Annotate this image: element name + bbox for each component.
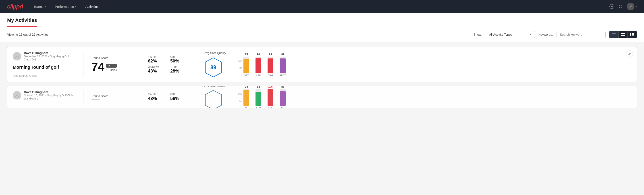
user-info: Dave Billingham December 05, 2021 - Gog … <box>13 51 75 61</box>
y-axis: 100 50 0 <box>238 60 242 77</box>
card2-divider-2 <box>140 90 140 103</box>
one-putt-label: 1 Putt <box>170 65 188 68</box>
viewing-count: 12 <box>19 33 22 36</box>
gir-value: 50% <box>170 58 188 64</box>
add-button[interactable] <box>610 4 614 9</box>
score-holes: 18 Holes <box>106 68 117 72</box>
card2-user-details: Dave Billingham October 16, 2021 - Gog M… <box>24 90 75 100</box>
svg-point-3 <box>630 5 632 7</box>
view-grid-button[interactable] <box>618 31 628 38</box>
search-input[interactable] <box>556 31 606 38</box>
card2-gir-label: GIR <box>170 93 188 96</box>
card2-bar-ott-label: OTT <box>244 106 249 108</box>
score-badge: +4 <box>106 64 117 68</box>
bar-putt-fill <box>280 58 286 74</box>
bar-ott-fill <box>244 59 249 74</box>
view-compact-button[interactable] <box>610 31 618 38</box>
card2-user-info: Dave Billingham October 16, 2021 - Gog M… <box>13 90 75 100</box>
bar-ott-value: 85 <box>245 53 248 56</box>
svg-rect-5 <box>612 34 616 34</box>
nav-teams-label: Teams <box>34 5 44 8</box>
hexagon-shape: 89 <box>204 57 222 78</box>
bar-arg: 89 ARG <box>268 53 273 77</box>
stat-up-down: Up/Down 43% <box>148 65 166 74</box>
stat-gir: GIR 50% <box>170 55 188 64</box>
svg-marker-21 <box>205 90 221 108</box>
user-date: December 05, 2021 - Gog Magog Golf Club … <box>24 55 75 61</box>
card2-score-main <box>92 99 132 100</box>
avatar-button[interactable]: ▾ <box>627 3 637 10</box>
hexagon-wrapper: 89 <box>204 57 222 78</box>
card-divider-2 <box>140 51 140 78</box>
bar-app: 90 APP <box>256 53 261 77</box>
y-label-100: 100 <box>238 60 242 63</box>
card2-user-date: October 16, 2021 - Gog Magog Golf Club -… <box>24 94 75 100</box>
card2-bar-arg-value: 106 <box>268 86 273 88</box>
avg-shot-quality-label: Avg Shot Quality <box>204 51 226 55</box>
svg-rect-11 <box>623 35 625 36</box>
card2-bar-arg-fill <box>268 89 273 106</box>
nav-item-performance[interactable]: Performance ▾ <box>51 3 80 10</box>
card2-chart-area: 100 50 0 94 OTT 83 <box>238 86 631 108</box>
card2-bar-arg-label: ARG <box>268 106 273 108</box>
refresh-icon <box>618 4 623 9</box>
card2-avg-shot-quality-label: Avg Shot Quality <box>204 86 226 87</box>
svg-rect-4 <box>612 33 616 34</box>
activity-type-chevron-icon: ▾ <box>530 33 532 36</box>
bar-app-value: 90 <box>257 53 260 56</box>
card2-stats-section: FW Hit 43% GIR 56% <box>148 90 188 103</box>
teams-chevron-icon: ▾ <box>45 5 46 8</box>
bar-ott-label: OTT <box>244 74 249 77</box>
activity-type-value: All Activity Types <box>489 33 512 36</box>
nav-item-teams[interactable]: Teams ▾ <box>30 3 50 10</box>
svg-rect-13 <box>632 33 634 34</box>
card2-bar-putt-fill <box>280 91 286 106</box>
filter-bar: Viewing 12 out of 29 Activities Show: Al… <box>0 27 644 42</box>
up-down-label: Up/Down <box>148 65 166 68</box>
card2-user-avatar <box>13 91 21 100</box>
card-divider-1 <box>83 51 84 78</box>
compact-list-icon <box>612 33 616 36</box>
nav-item-activities[interactable]: Activities <box>82 3 102 10</box>
search-wrapper <box>556 31 606 38</box>
card2-hexagon-wrapper <box>204 90 222 108</box>
card2-bar-app-value: 83 <box>257 86 260 88</box>
page-header: My Activities <box>0 13 644 27</box>
card2-bar-putt-value: 87 <box>282 86 284 88</box>
view-list-button[interactable] <box>628 31 637 38</box>
round-score-label: Round Score <box>92 56 132 60</box>
activity-title: Morning round of golf <box>13 65 75 70</box>
gir-label: GIR <box>170 55 188 58</box>
score-section: Round Score 74 +4 18 Holes <box>92 51 132 78</box>
card2-quality-section: Avg Shot Quality 100 50 0 <box>204 90 631 103</box>
bar-arg-fill <box>268 58 273 74</box>
svg-rect-9 <box>623 33 625 34</box>
refresh-button[interactable] <box>618 4 623 9</box>
show-label: Show: <box>474 33 482 36</box>
card2-left: Dave Billingham October 16, 2021 - Gog M… <box>13 90 75 103</box>
data-source: Data Source: Arccos <box>13 74 75 78</box>
card-left: Dave Billingham December 05, 2021 - Gog … <box>13 51 75 78</box>
svg-rect-14 <box>630 34 631 35</box>
user-name: Dave Billingham <box>24 51 75 55</box>
activity-card: Dave Billingham December 05, 2021 - Gog … <box>7 47 637 82</box>
activity-card-2: Dave Billingham October 16, 2021 - Gog M… <box>7 86 637 108</box>
brand-logo[interactable]: clippd <box>7 3 23 10</box>
card2-stat-gir: GIR 56% <box>170 93 188 101</box>
stat-one-putt: 1 Putt 28% <box>170 65 188 74</box>
bar-app-fill <box>256 58 261 74</box>
card2-bar-app-container <box>256 89 261 106</box>
bar-ott: 85 OTT <box>244 53 249 77</box>
chart-area: 100 50 0 85 OTT <box>238 52 631 77</box>
svg-rect-16 <box>630 35 631 36</box>
card2-bar-app-fill <box>256 92 261 106</box>
viewing-out-of: out of <box>22 33 32 36</box>
card2-user-name: Dave Billingham <box>24 90 75 94</box>
card2-round-score-label: Round Score <box>92 94 132 98</box>
card2-bar-app: 83 APP <box>256 86 261 108</box>
svg-rect-15 <box>632 34 634 35</box>
activity-type-dropdown[interactable]: All Activity Types ▾ <box>486 31 535 38</box>
bar-app-container <box>256 57 261 74</box>
page-title: My Activities <box>7 18 37 27</box>
add-icon <box>610 4 614 9</box>
